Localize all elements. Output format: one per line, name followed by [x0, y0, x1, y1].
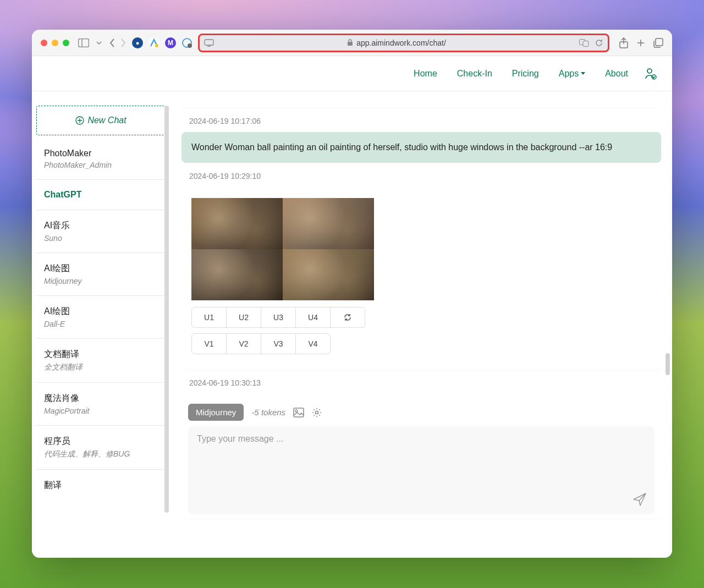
chat-subtitle: 代码生成、解释、修BUG [44, 449, 158, 459]
user-menu-icon[interactable] [645, 68, 657, 80]
refresh-icon [343, 313, 352, 322]
browser-window: ● M app.aimindwork.com/chat/ [32, 30, 672, 558]
nav-about[interactable]: About [595, 69, 638, 79]
chat-subtitle: PhotoMaker_Admin [44, 161, 158, 169]
generated-image-3[interactable] [191, 249, 283, 300]
window-minimize-button[interactable] [52, 40, 58, 46]
variation-v1-button[interactable]: V1 [191, 333, 227, 354]
chat-title: ChatGPT [44, 190, 158, 200]
share-icon[interactable] [619, 37, 628, 48]
translate-icon[interactable] [579, 39, 589, 47]
upscale-button-row: U1 U2 U3 U4 [191, 307, 651, 328]
sidebar-item-ai-music[interactable]: AI音乐 Suno [36, 210, 166, 253]
variation-v4-button[interactable]: V4 [295, 333, 331, 354]
input-panel: Midjourney -5 tokens Type your message .… [182, 398, 661, 519]
sidebar-item-photomaker[interactable]: PhotoMaker PhotoMaker_Admin [36, 139, 166, 180]
sidebar-item-doc-translate[interactable]: 文档翻译 全文档翻译 [36, 339, 166, 383]
forward-button[interactable] [120, 38, 127, 48]
svg-rect-7 [348, 42, 353, 46]
sidebar-item-translate[interactable]: 翻译 [36, 470, 166, 501]
svg-rect-5 [205, 40, 213, 45]
chat-scrollbar[interactable] [666, 97, 670, 417]
paper-plane-icon [632, 492, 647, 507]
svg-rect-0 [79, 39, 89, 47]
generated-image-4[interactable] [283, 249, 374, 300]
input-placeholder: Type your message ... [197, 434, 283, 443]
timestamp: 2024-06-19 10:30:13 [189, 378, 661, 387]
user-message-bubble: Wonder Woman ball painting an oil painti… [182, 132, 661, 163]
chat-title: AI绘图 [44, 306, 158, 317]
screen-icon[interactable] [204, 39, 214, 47]
sidebar-item-programmer[interactable]: 程序员 代码生成、解释、修BUG [36, 426, 166, 470]
variation-button-row: V1 V2 V3 V4 [191, 333, 651, 354]
generated-image-1[interactable] [191, 198, 283, 249]
sidebar-item-ai-draw-dalle[interactable]: AI绘图 Dall-E [36, 296, 166, 339]
chat-sidebar: New Chat PhotoMaker PhotoMaker_Admin Cha… [32, 91, 170, 558]
svg-point-16 [295, 410, 298, 412]
chat-subtitle: 全文档翻译 [44, 362, 158, 372]
extension-icon-4[interactable] [182, 37, 193, 48]
extension-icon-2[interactable] [148, 37, 160, 48]
reroll-button[interactable] [330, 307, 365, 328]
variation-v3-button[interactable]: V3 [261, 333, 296, 354]
svg-rect-11 [656, 39, 663, 46]
extension-icon-1[interactable]: ● [132, 37, 143, 48]
back-button[interactable] [109, 38, 116, 48]
extension-icon-3[interactable]: M [165, 37, 176, 48]
chat-title: 程序员 [44, 436, 158, 447]
upscale-u4-button[interactable]: U4 [295, 307, 331, 328]
upscale-u1-button[interactable]: U1 [191, 307, 227, 328]
plus-circle-icon [75, 116, 84, 125]
sidebar-scrollbar[interactable] [164, 106, 169, 552]
address-bar[interactable]: app.aimindwork.com/chat/ [198, 34, 609, 52]
caret-down-icon [581, 72, 585, 75]
generated-image-grid[interactable] [191, 198, 374, 300]
browser-titlebar: ● M app.aimindwork.com/chat/ [32, 30, 672, 56]
window-maximize-button[interactable] [63, 40, 69, 46]
svg-rect-9 [583, 41, 588, 46]
timestamp: 2024-06-19 10:29:10 [189, 172, 661, 180]
token-cost-label: -5 tokens [251, 408, 285, 417]
upscale-u3-button[interactable]: U3 [261, 307, 296, 328]
tabs-overview-icon[interactable] [653, 37, 663, 48]
image-attach-icon[interactable] [293, 408, 304, 417]
chevron-down-icon[interactable] [91, 41, 107, 45]
nav-check-in[interactable]: Check-In [447, 69, 502, 79]
chat-title: 翻译 [44, 480, 158, 491]
model-badge[interactable]: Midjourney [188, 404, 244, 421]
settings-icon[interactable] [312, 408, 322, 417]
chat-subtitle: MagicPortrait [44, 406, 158, 415]
chat-subtitle: Midjourney [44, 277, 158, 285]
chat-title: 魔法肖像 [44, 393, 158, 404]
message-input[interactable]: Type your message ... [188, 426, 654, 514]
timestamp: 2024-06-19 10:17:06 [189, 117, 661, 125]
sidebar-item-magic-portrait[interactable]: 魔法肖像 MagicPortrait [36, 383, 166, 426]
generated-image-2[interactable] [283, 198, 374, 249]
chat-title: 文档翻译 [44, 349, 158, 360]
upscale-u2-button[interactable]: U2 [226, 307, 261, 328]
chat-title: AI音乐 [44, 220, 158, 232]
svg-point-2 [155, 44, 158, 47]
svg-point-17 [316, 411, 318, 414]
svg-point-12 [647, 69, 652, 73]
chat-subtitle: Suno [44, 234, 158, 243]
previous-message-clip [182, 95, 661, 108]
new-chat-button[interactable]: New Chat [36, 106, 166, 135]
sidebar-item-chatgpt[interactable]: ChatGPT [36, 180, 166, 210]
window-close-button[interactable] [41, 40, 47, 46]
lock-icon [347, 39, 353, 46]
chat-main-area: 2024-06-19 10:17:06 Wonder Woman ball pa… [170, 91, 672, 558]
send-button[interactable] [632, 492, 647, 507]
sidebar-item-ai-draw-mj[interactable]: AI绘图 Midjourney [36, 253, 166, 296]
svg-point-4 [188, 43, 192, 48]
nav-pricing[interactable]: Pricing [502, 69, 549, 79]
chat-title: AI绘图 [44, 263, 158, 274]
nav-apps[interactable]: Apps [549, 69, 595, 79]
ai-response-bubble: U1 U2 U3 U4 V1 V2 V3 V4 [182, 187, 661, 370]
sidebar-toggle-icon[interactable] [78, 39, 89, 47]
variation-v2-button[interactable]: V2 [226, 333, 261, 354]
chat-subtitle: Dall-E [44, 320, 158, 328]
new-tab-icon[interactable] [636, 37, 646, 48]
reload-icon[interactable] [595, 39, 603, 47]
nav-home[interactable]: Home [404, 69, 447, 79]
